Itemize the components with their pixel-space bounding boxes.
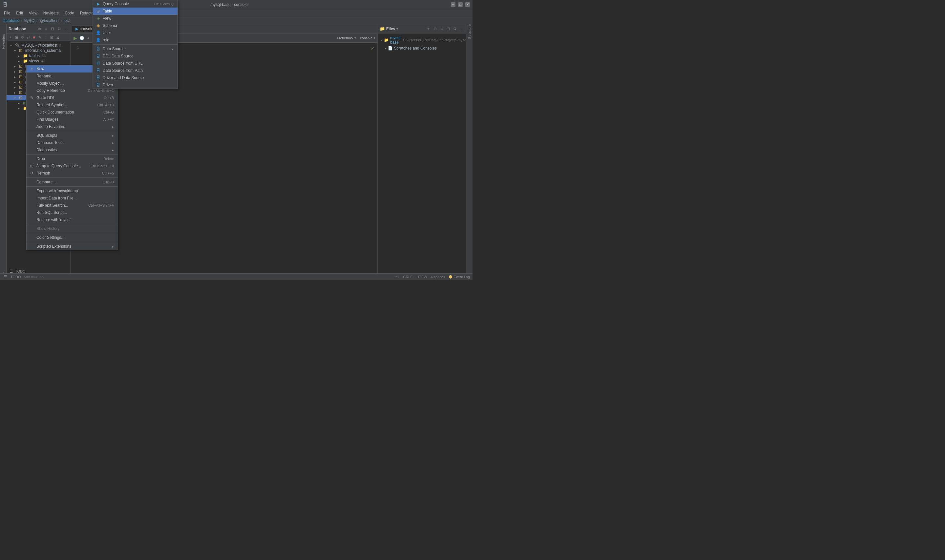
sub-schema[interactable]: ◉ Schema — [93, 22, 177, 29]
minimize-button[interactable]: ─ — [451, 2, 456, 7]
sub-data-source[interactable]: 🗄 Data Source ▸ — [93, 45, 177, 52]
ctx-show-history[interactable]: Show History — [26, 225, 118, 232]
menu-file[interactable]: File — [1, 10, 13, 16]
close-panel-icon[interactable]: ─ — [63, 26, 68, 31]
ctx-quick-doc[interactable]: Quick Documentation Ctrl+Q — [26, 109, 118, 116]
new-icon[interactable]: + — [8, 35, 13, 40]
sub-view[interactable]: ◈ View — [93, 15, 177, 22]
sql-scripts-arrow: ▸ — [112, 134, 114, 137]
files-settings-icon[interactable]: ⚙ — [452, 26, 457, 31]
edit-icon[interactable]: ✎ — [37, 35, 43, 40]
menu-view[interactable]: View — [26, 10, 40, 16]
ctx-refresh[interactable]: ↺ Refresh Ctrl+F5 — [26, 169, 118, 177]
breadcrumb-mysql[interactable]: MySQL - @localhost — [23, 18, 59, 23]
ctx-compare[interactable]: Compare... Ctrl+D — [26, 178, 118, 186]
console-selector[interactable]: console ▾ — [360, 36, 376, 40]
add-datasource-icon[interactable]: ⊕ — [37, 26, 42, 31]
ctx-export[interactable]: Export with 'mysqldump' — [26, 187, 118, 195]
sub-driver-data-source[interactable]: 🗄 Driver and Data Source — [93, 74, 177, 82]
menu-code[interactable]: Code — [62, 10, 77, 16]
new-submenu: ▶ Query Console Ctrl+Shift+Q ⊞ Table ◈ V… — [92, 0, 178, 89]
tree-item-views[interactable]: ▸ 📁 views 43 — [6, 58, 70, 64]
ctx-run-sql[interactable]: Run SQL Script... — [26, 209, 118, 216]
ctx-jump-query[interactable]: ⊞ Jump to Query Console... Ctrl+Shift+F1… — [26, 162, 118, 169]
ctx-import[interactable]: Import Data from File... — [26, 195, 118, 202]
files-label-scratches: Scratches and Consoles — [394, 46, 437, 51]
sub-data-source-url-label: Data Source from URL — [103, 61, 142, 66]
ctx-goto-ddl[interactable]: ✎ Go to DDL Ctrl+B — [26, 94, 118, 102]
clock-icon[interactable]: 🕐 — [79, 35, 84, 41]
sub-user[interactable]: 👤 User — [93, 29, 177, 36]
filter-icon[interactable]: ⊿ — [55, 35, 60, 40]
ctx-full-text-search[interactable]: Full-Text Search... Ctrl+Alt+Shift+F — [26, 202, 118, 209]
sub-user-label: User — [103, 31, 111, 35]
sub-data-source-path[interactable]: 🗄 Data Source from Path — [93, 67, 177, 74]
maximize-button[interactable]: □ — [458, 2, 463, 7]
files-add-icon[interactable]: + — [426, 26, 431, 31]
refresh-icon[interactable]: ↺ — [20, 35, 25, 40]
stop-run-icon[interactable]: ● — [86, 35, 91, 41]
tree-arrow: ▸ — [18, 54, 22, 58]
ctx-compare-shortcut: Ctrl+D — [104, 180, 114, 184]
add-tab-status[interactable]: Add new tab — [24, 275, 44, 279]
files-arrow[interactable]: ▾ — [396, 27, 398, 31]
sub-query-console[interactable]: ▶ Query Console Ctrl+Shift+Q — [93, 0, 177, 8]
ctx-sql-scripts[interactable]: SQL Scripts ▸ — [26, 132, 118, 139]
files-tree-mysql-base[interactable]: ▾ 📁 mysql-base C:\Users\86178\DataGripPr… — [380, 35, 464, 45]
close-button[interactable]: ✕ — [465, 2, 470, 7]
ctx-diagnostics[interactable]: Diagnostics ▸ — [26, 146, 118, 154]
menu-navigate[interactable]: Navigate — [41, 10, 62, 16]
event-log[interactable]: Event Log — [449, 275, 470, 279]
role-sub-icon: 👤 — [95, 38, 101, 42]
data-source-url-icon: 🗄 — [95, 61, 101, 66]
sub-table-label: Table — [103, 9, 112, 14]
copy-icon[interactable]: ⊞ — [14, 35, 19, 40]
files-tree-scratches[interactable]: ▸ 📄 Scratches and Consoles — [380, 45, 464, 51]
files-close-icon[interactable]: ─ — [459, 26, 464, 31]
schema-selector[interactable]: <schema> ▾ — [336, 36, 356, 40]
files-sync-icon[interactable]: ⊕ — [432, 26, 438, 31]
ctx-fulltext-label: Full-Text Search... — [37, 203, 68, 208]
sub-role[interactable]: 👤 role — [93, 36, 177, 44]
ctx-sep-3 — [26, 177, 118, 178]
ctx-jump-query-label: Jump to Query Console... — [37, 164, 81, 168]
breadcrumb-database[interactable]: Database — [3, 18, 19, 23]
goto-ddl-icon: ✎ — [29, 95, 34, 100]
ctx-scripted-ext[interactable]: Scripted Extensions ▸ — [26, 243, 118, 250]
ctx-add-favorites[interactable]: Add to Favorites ▸ — [26, 123, 118, 130]
sub-data-source-url[interactable]: 🗄 Data Source from URL — [93, 60, 177, 67]
files-group-icon[interactable]: ⊟ — [446, 26, 451, 31]
ctx-drop[interactable]: Drop Delete — [26, 155, 118, 162]
group-icon[interactable]: ⊟ — [50, 26, 55, 31]
sub-ddl-data-source-label: DDL Data Source — [103, 54, 134, 58]
stop-icon[interactable]: ■ — [31, 35, 37, 40]
refresh-ctx-icon: ↺ — [29, 171, 34, 175]
sub-driver[interactable]: 🗄 Driver — [93, 82, 177, 89]
run-btn[interactable]: ▶ — [72, 35, 78, 41]
collapse-all-icon[interactable]: ≡ — [43, 26, 49, 31]
files-folder-icon-1: 📁 — [384, 38, 389, 42]
files-collapse-icon[interactable]: ≡ — [439, 26, 444, 31]
ctx-color-settings[interactable]: Color Settings... — [26, 234, 118, 241]
sub-ddl-data-source[interactable]: 🗄 DDL Data Source — [93, 52, 177, 60]
layout-icon[interactable]: ⊟ — [49, 35, 54, 40]
sync-icon[interactable]: ⇄ — [26, 35, 31, 40]
todo-status-icon[interactable]: ☰ — [3, 274, 8, 280]
structure-label[interactable]: Structure — [468, 24, 471, 42]
sub-table[interactable]: ⊞ Table — [93, 8, 177, 15]
tree-item-info-schema[interactable]: ▾ ⊡ information_schema — [6, 48, 70, 53]
ctx-db-tools-label: Database Tools — [37, 140, 64, 145]
tree-item-mysql[interactable]: ▾ 🔌 MySQL - @localhost 9 — [6, 43, 70, 48]
ctx-db-tools[interactable]: Database Tools ▸ — [26, 139, 118, 146]
up-icon[interactable]: ↑ — [43, 35, 49, 40]
ctx-restore[interactable]: Restore with 'mysql' — [26, 216, 118, 223]
jump-query-icon: ⊞ — [29, 164, 34, 168]
favorites-label[interactable]: Favorites — [1, 34, 5, 49]
settings-icon[interactable]: ⚙ — [57, 26, 62, 31]
breadcrumb-test[interactable]: test — [63, 18, 69, 23]
menu-edit[interactable]: Edit — [14, 10, 26, 16]
tree-item-tables[interactable]: ▸ 📁 tables 36 — [6, 53, 70, 58]
checkmark-icon: ✓ — [371, 45, 375, 51]
ctx-find-usages[interactable]: Find Usages Alt+F7 — [26, 116, 118, 123]
ctx-related-symbol[interactable]: Related Symbol... Ctrl+Alt+B — [26, 102, 118, 109]
